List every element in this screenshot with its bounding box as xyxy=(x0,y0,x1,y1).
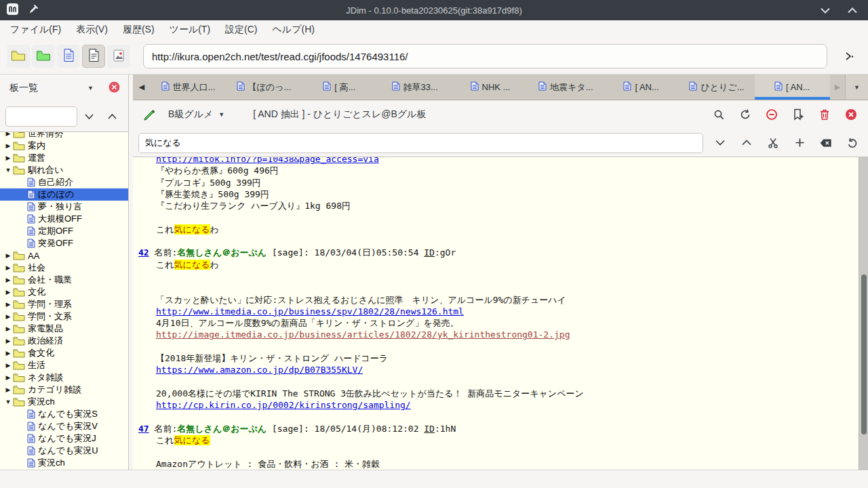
expander-icon[interactable]: ▶ xyxy=(3,131,13,137)
find-prev-button[interactable] xyxy=(741,137,753,149)
expander-icon[interactable]: ▶ xyxy=(3,142,13,149)
favorites-button[interactable] xyxy=(32,45,55,68)
extract-scissors-button[interactable] xyxy=(767,137,779,149)
unshade-up-icon[interactable] xyxy=(848,7,857,14)
thread-tab-0[interactable]: 世界人口... xyxy=(151,75,226,100)
expander-icon[interactable]: ▶ xyxy=(3,155,13,161)
tree-row-category[interactable]: ▶カテゴリ雑談 xyxy=(0,384,128,396)
stop-button[interactable] xyxy=(766,108,778,121)
post-number[interactable]: 47 xyxy=(138,424,149,434)
expander-icon[interactable]: ▶ xyxy=(3,252,13,259)
thread-tab-2[interactable]: [ 高... xyxy=(302,75,377,100)
tree-row-board[interactable]: なんでも実況V xyxy=(0,420,128,432)
write-post-button[interactable] xyxy=(142,108,156,121)
thread-list-button[interactable] xyxy=(57,45,80,68)
link[interactable]: http://www.itmedia.co.jp/business/spv/18… xyxy=(156,306,464,317)
tree-row-category[interactable]: ▶AA xyxy=(0,249,128,262)
tree-row-board[interactable]: 突発OFF xyxy=(0,237,128,249)
tree-row-category[interactable]: ▶ネタ雑談 xyxy=(0,371,128,384)
find-next-button[interactable] xyxy=(714,137,726,149)
tree-row-category[interactable]: ▶運営 xyxy=(0,152,128,164)
thread-tab-8[interactable]: [ AN... xyxy=(755,75,830,100)
tree-row-category[interactable]: ▶文化 xyxy=(0,286,128,298)
menu-item-1[interactable]: 表示(V) xyxy=(68,21,115,39)
tree-row-board[interactable]: なんでも実況J xyxy=(0,432,128,445)
tree-row-category[interactable]: ▶生活 xyxy=(0,359,128,371)
tab-list-dropdown[interactable]: ▼ xyxy=(845,75,868,100)
tree-row-category[interactable]: ▼馴れ合い xyxy=(0,164,128,176)
expander-icon[interactable]: ▶ xyxy=(3,264,13,271)
expander-icon[interactable]: ▼ xyxy=(3,167,13,174)
expander-icon[interactable]: ▶ xyxy=(3,350,13,357)
thread-tab-1[interactable]: 【ぼのっ... xyxy=(226,75,301,100)
menu-item-4[interactable]: 設定(C) xyxy=(218,21,264,39)
tree-row-category[interactable]: ▶社会 xyxy=(0,262,128,274)
thread-tab-7[interactable]: ひとりご... xyxy=(679,75,754,100)
tree-row-board[interactable]: 定期OFF xyxy=(0,225,128,237)
tree-row-category[interactable]: ▶案内 xyxy=(0,140,128,152)
tab-scroll-left-icon[interactable]: ◀ xyxy=(133,75,151,100)
expander-icon[interactable]: ▶ xyxy=(3,374,13,381)
tree-row-category[interactable]: ▶世界情勢 xyxy=(0,131,128,140)
scrollbar-thumb[interactable] xyxy=(861,274,867,434)
menu-item-0[interactable]: ファイル(F) xyxy=(3,21,68,39)
tree-row-board[interactable]: 実況ch xyxy=(0,457,128,469)
search-up-button[interactable] xyxy=(102,106,123,127)
tree-row-category[interactable]: ▼実況ch xyxy=(0,396,128,408)
link[interactable]: https://www.amazon.co.jp/dp/B07B355KLV/ xyxy=(156,365,363,375)
extract-keyword-input[interactable] xyxy=(138,133,703,153)
expander-icon[interactable]: ▶ xyxy=(3,289,13,296)
tab-scroll-right-icon[interactable]: ▶ xyxy=(830,75,845,100)
board-select[interactable]: B級グルメ ▼ xyxy=(168,108,224,121)
thread-tab-3[interactable]: 雑草33... xyxy=(377,75,452,100)
delete-log-button[interactable] xyxy=(818,108,831,121)
expander-icon[interactable]: ▶ xyxy=(3,338,13,344)
thread-tab-6[interactable]: [ AN... xyxy=(604,75,679,100)
tree-row-board[interactable]: 夢・独り言 xyxy=(0,201,128,213)
pin-icon[interactable] xyxy=(28,4,39,17)
menu-item-2[interactable]: 履歴(S) xyxy=(115,21,162,39)
link[interactable]: http://cp.kirin.co.jp/0002/kirinstrong/s… xyxy=(156,400,411,410)
post-number[interactable]: 42 xyxy=(138,247,149,258)
tree-row-board[interactable]: 自己紹介 xyxy=(0,176,128,188)
tree-row-board[interactable]: ほのぼの xyxy=(0,188,128,201)
search-button[interactable] xyxy=(713,108,725,121)
add-keyword-button[interactable] xyxy=(793,137,806,149)
thread-tab-4[interactable]: NHK ... xyxy=(452,75,528,100)
tree-row-category[interactable]: ▶家電製品 xyxy=(0,323,128,335)
board-search-input[interactable] xyxy=(5,106,77,127)
expander-icon[interactable]: ▶ xyxy=(3,386,13,393)
expander-icon[interactable]: ▶ xyxy=(3,362,13,369)
tree-row-board[interactable]: なんでも実況S xyxy=(0,408,128,420)
thread-tab-5[interactable]: 地震キタ... xyxy=(528,75,604,100)
bookmark-add-button[interactable] xyxy=(792,108,804,121)
expander-icon[interactable]: ▼ xyxy=(3,399,13,405)
tree-row-category[interactable]: ▶政治経済 xyxy=(0,335,128,347)
open-url-button[interactable] xyxy=(837,45,861,68)
image-view-button[interactable] xyxy=(107,45,130,68)
expander-icon[interactable]: ▶ xyxy=(3,301,13,308)
link[interactable]: http://mitok.info/?p=10438&page_access=v… xyxy=(156,157,379,164)
image-link[interactable]: http://image.itmedia.co.jp/business/arti… xyxy=(156,329,570,340)
expander-icon[interactable]: ▶ xyxy=(3,325,13,332)
menu-item-5[interactable]: ヘルプ(H) xyxy=(265,21,322,39)
tree-row-board[interactable]: 大規模OFF xyxy=(0,213,128,225)
expander-icon[interactable]: ▶ xyxy=(3,277,13,283)
search-down-button[interactable] xyxy=(79,106,100,127)
undo-extract-button[interactable] xyxy=(846,137,859,149)
tree-row-category[interactable]: ▶学問・理系 xyxy=(0,298,128,310)
menu-item-3[interactable]: ツール(T) xyxy=(162,21,218,39)
tree-row-category[interactable]: ▶学問・文系 xyxy=(0,310,128,323)
clear-keyword-button[interactable] xyxy=(820,137,832,149)
expander-icon[interactable]: ▶ xyxy=(3,313,13,320)
tree-row-board[interactable]: なんでも実況U xyxy=(0,445,128,457)
tree-row-category[interactable]: ▶会社・職業 xyxy=(0,274,128,286)
shade-down-icon[interactable] xyxy=(821,7,830,14)
sidebar-dropdown-icon[interactable]: ▼ xyxy=(87,85,94,92)
tree-row-category[interactable]: ▶食文化 xyxy=(0,347,128,359)
scrollbar-track[interactable] xyxy=(859,157,868,470)
board-list-button[interactable] xyxy=(7,45,30,68)
close-tab-button[interactable] xyxy=(845,108,857,121)
url-input[interactable] xyxy=(143,44,827,68)
reload-button[interactable] xyxy=(739,108,751,121)
